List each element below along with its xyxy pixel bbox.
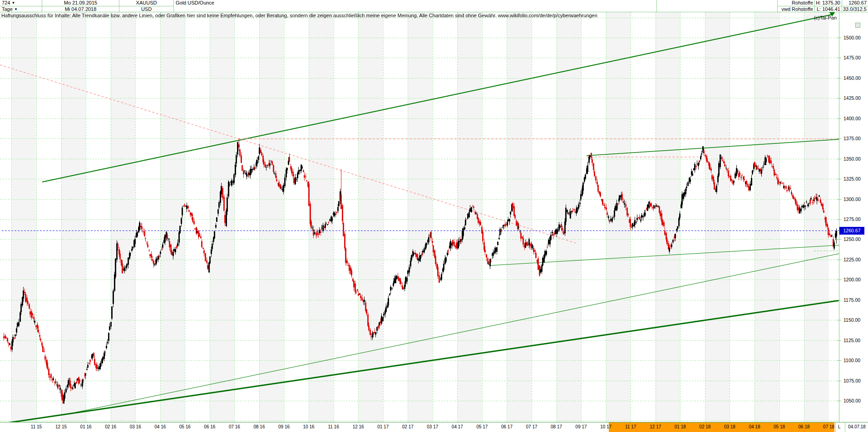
- y-axis-label: 1050.00: [843, 398, 861, 403]
- y-axis-label: 1300.00: [843, 196, 861, 202]
- x-axis-label: 04 16: [154, 424, 166, 429]
- y-axis-tick: [837, 78, 841, 79]
- taipan-chart-window: 724 ▼ Mo 21.09.2015 XAUUSD Gold USD/Ounc…: [0, 0, 868, 432]
- x-axis-separator: [845, 422, 845, 432]
- y-axis-tick: [837, 340, 841, 341]
- y-axis-label: 1375.00: [843, 136, 861, 141]
- x-axis-label: 08 16: [253, 424, 265, 429]
- x-axis-label: 12 16: [353, 424, 364, 429]
- y-axis-tick: [837, 118, 841, 119]
- header-spacer: [657, 0, 778, 12]
- x-axis-label: 01 18: [675, 424, 686, 429]
- disclaimer-text: Haftungsausschluss für Inhalte: Alle Tre…: [1, 13, 597, 18]
- chevron-down-icon: ▼: [11, 1, 15, 5]
- y-axis-label: 1125.00: [843, 338, 860, 343]
- x-axis-label: 10 16: [303, 424, 315, 429]
- category-label: Rohstoffe: [778, 0, 815, 6]
- y-axis-tick: [837, 199, 841, 200]
- y-axis-label: 1225.00: [843, 257, 861, 262]
- y-axis-label: 1400.00: [843, 116, 861, 121]
- x-axis-separator: [835, 422, 836, 432]
- x-axis-label: 05 17: [476, 424, 488, 429]
- y-axis-tick: [837, 179, 841, 179]
- y-axis-label: 1275.00: [843, 216, 861, 222]
- chart-corner-widget[interactable]: [855, 23, 860, 28]
- x-axis: L 04.07.18 11 1512 1501 1602 1603 1604 1…: [0, 422, 868, 432]
- data-provider: vwd Rohstoffe: [778, 6, 815, 12]
- period-low: L: 1046.41: [815, 6, 842, 12]
- period-value: Tage: [2, 6, 13, 12]
- x-axis-label: 08 17: [551, 424, 562, 429]
- last-price-badge: 1260.67: [839, 227, 864, 235]
- start-date: Mo 21.09.2015: [42, 0, 119, 6]
- symbol-code: XAUUSD: [119, 0, 174, 6]
- x-axis-label: 04 18: [749, 424, 760, 429]
- x-axis-label: 06 17: [501, 424, 513, 429]
- x-axis-label: 02 17: [402, 424, 414, 429]
- y-axis-tick: [837, 300, 841, 300]
- y-axis-label: 1100.00: [843, 358, 860, 363]
- last-bar-marker: L: [838, 424, 841, 429]
- y-axis-label: 1350.00: [843, 156, 861, 162]
- x-axis-label: 11 16: [328, 424, 339, 429]
- x-axis-label: 07 17: [526, 424, 537, 429]
- x-axis-label: 09 16: [278, 424, 290, 429]
- y-axis-tick: [837, 138, 841, 139]
- x-axis-label: 03 17: [427, 424, 438, 429]
- x-axis-label: 10 17: [600, 424, 612, 429]
- y-axis-tick: [837, 381, 841, 381]
- x-axis-label: 11 15: [31, 424, 42, 429]
- y-axis-label: 1325.00: [843, 176, 861, 182]
- y-axis-tick: [837, 98, 841, 98]
- x-axis-label: 11 17: [625, 424, 636, 429]
- y-axis-tick: [837, 219, 841, 220]
- y-axis-label: 1150.00: [843, 317, 860, 323]
- bar-count-dropdown[interactable]: 724 ▼: [0, 0, 42, 6]
- y-axis-label: 1450.00: [843, 75, 861, 81]
- period-dropdown[interactable]: Tage ▼: [0, 6, 42, 12]
- y-axis-tick: [837, 159, 841, 159]
- x-axis-label: 06 16: [204, 424, 215, 429]
- taipan-watermark: (c)Tai-Pan: [814, 15, 837, 20]
- y-axis-label: 1475.00: [843, 55, 861, 60]
- x-axis-label: 04 17: [452, 424, 463, 429]
- period-high: H: 1375.30: [815, 0, 842, 6]
- y-axis-tick: [837, 38, 841, 38]
- y-axis-tick: [837, 260, 841, 260]
- y-axis-tick: [837, 401, 841, 401]
- currency-label: USD: [119, 6, 174, 12]
- y-axis: 1500.001475.001450.001425.001400.001375.…: [839, 12, 868, 422]
- x-axis-label: 03 18: [724, 424, 735, 429]
- y-axis-tick: [837, 360, 841, 361]
- end-date: Mi 04.07.2018: [42, 6, 119, 12]
- x-axis-label: 09 17: [576, 424, 587, 429]
- last-bar-date: 04.07.18: [848, 424, 866, 429]
- y-axis-label: 1425.00: [843, 95, 861, 101]
- y-axis-tick: [837, 239, 841, 240]
- chevron-down-icon: ▼: [14, 7, 18, 11]
- y-axis-label: 1500.00: [843, 35, 861, 40]
- instrument-name: Gold USD/Ounce: [174, 0, 657, 12]
- x-axis-label: 12 15: [55, 424, 67, 429]
- y-axis-label: 1075.00: [843, 378, 861, 383]
- x-axis-label: 05 18: [774, 424, 785, 429]
- x-axis-label: 01 16: [80, 424, 92, 429]
- y-axis-label: 1175.00: [843, 297, 860, 303]
- y-axis-tick: [837, 280, 841, 280]
- x-axis-label: 07 16: [229, 424, 240, 429]
- last-price-header: 1260.67: [842, 0, 868, 6]
- range-info: 33.0/312.5: [842, 6, 868, 12]
- x-axis-label: 06 18: [799, 424, 810, 429]
- x-axis-label: 03 16: [130, 424, 141, 429]
- x-axis-label: 05 16: [179, 424, 191, 429]
- x-axis-label: 02 18: [699, 424, 710, 429]
- price-chart-canvas[interactable]: [0, 12, 839, 422]
- x-axis-label: 12 17: [650, 424, 661, 429]
- y-axis-tick: [837, 320, 841, 320]
- x-axis-label: 01 17: [377, 424, 389, 429]
- x-axis-label: 07 18: [823, 424, 834, 429]
- x-axis-label: 02 16: [105, 424, 116, 429]
- y-axis-label: 1250.00: [843, 236, 861, 242]
- bar-count-value: 724: [2, 0, 10, 5]
- y-axis-label: 1200.00: [843, 277, 861, 282]
